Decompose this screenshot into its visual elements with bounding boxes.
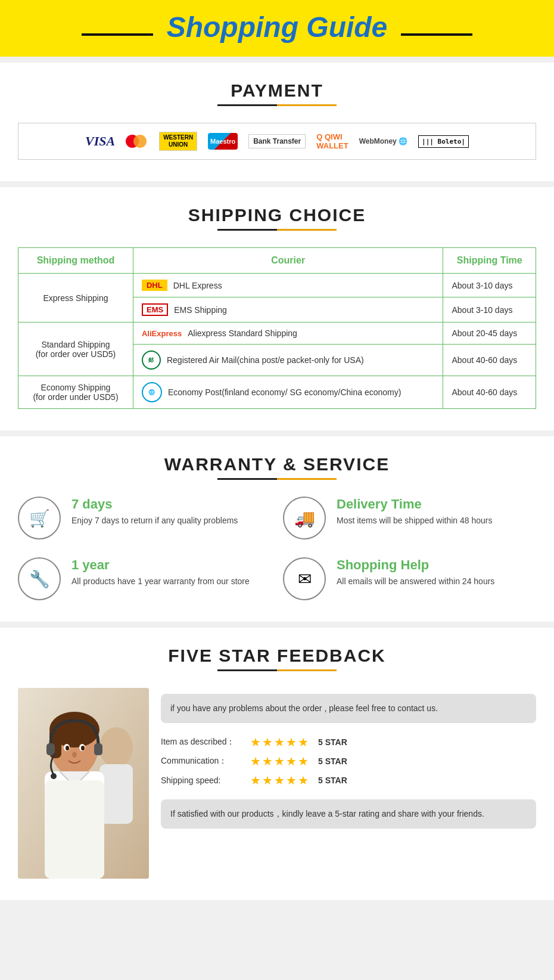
feedback-title: FIVE STAR FEEDBACK — [18, 646, 536, 666]
header-title: Shopping Guide — [167, 11, 388, 44]
svg-rect-13 — [94, 743, 102, 755]
star2: ★ — [262, 754, 273, 768]
dhl-name: DHL Express — [173, 281, 222, 290]
un-name: Economy Post(finland economy/ SG economy… — [168, 387, 401, 397]
chinapost-courier: 邮 Registered Air Mail(china post/e packe… — [133, 345, 443, 376]
feedback-underline — [217, 669, 337, 671]
warranty-item-warranty: 🔧 1 year All products have 1 year warran… — [18, 557, 271, 600]
col-method: Shipping method — [18, 248, 133, 274]
svg-point-10 — [81, 746, 85, 750]
delivery-title: Delivery Time — [337, 497, 492, 512]
ali-courier: AliExpress Aliexpress Standard Shipping — [133, 322, 443, 345]
star1: ★ — [250, 735, 261, 749]
shipping-underline — [217, 229, 337, 231]
svg-point-14 — [51, 773, 57, 779]
warranty-item-delivery: 🚚 Delivery Time Most items will be shipp… — [283, 497, 536, 539]
chinapost-name: Registered Air Mail(china post/e packet-… — [167, 355, 364, 365]
payment-title: PAYMENT — [18, 80, 536, 101]
standard-method: Standard Shipping(for order over USD5) — [18, 322, 133, 376]
dhl-logo: DHL — [142, 280, 167, 291]
ems-logo: EMS — [142, 303, 168, 316]
rating-label-described: Item as described： — [161, 737, 244, 748]
star3: ★ — [274, 773, 285, 787]
table-row: Standard Shipping(for order over USD5) A… — [18, 322, 536, 345]
delivery-desc: Most items will be shipped within 48 hou… — [337, 514, 492, 527]
header-line-right — [401, 33, 472, 36]
economy-method: Economy Shipping(for order under USD5) — [18, 376, 133, 409]
svg-rect-2 — [99, 764, 133, 824]
rating-tag-communication: 5 STAR — [318, 756, 347, 766]
star5: ★ — [298, 754, 309, 768]
warranty-text-warranty: 1 year All products have 1 year warranty… — [71, 557, 250, 588]
warranty-text-return: 7 days Enjoy 7 days to return if any qua… — [71, 497, 238, 527]
dhl-time: About 3-10 days — [443, 274, 536, 297]
feedback-section: FIVE STAR FEEDBACK — [0, 628, 554, 900]
ali-time: About 20-45 days — [443, 322, 536, 345]
col-time: Shipping Time — [443, 248, 536, 274]
rating-label-shipping: Shipping speed: — [161, 776, 244, 785]
warranty-text-help: Shopping Help All emails will be answere… — [337, 557, 494, 588]
help-title: Shopping Help — [337, 557, 494, 573]
header-line-left — [82, 33, 153, 36]
feedback-image — [18, 688, 149, 879]
truck-icon: 🚚 — [283, 497, 326, 539]
rating-row-shipping: Shipping speed: ★ ★ ★ ★ ★ 5 STAR — [161, 771, 536, 790]
feedback-right: if you have any problems about the order… — [161, 688, 536, 829]
return-desc: Enjoy 7 days to return if any quality pr… — [71, 514, 238, 527]
star1: ★ — [250, 773, 261, 787]
star2: ★ — [262, 773, 273, 787]
header-banner: Shopping Guide — [0, 0, 554, 57]
warranty-section: WARRANTY & SERVICE 🛒 7 days Enjoy 7 days… — [0, 436, 554, 622]
warranty-grid: 🛒 7 days Enjoy 7 days to return if any q… — [18, 497, 536, 600]
rating-tag-shipping: 5 STAR — [318, 776, 347, 785]
rating-row-described: Item as described： ★ ★ ★ ★ ★ 5 STAR — [161, 733, 536, 752]
email-icon: ✉ — [283, 557, 326, 600]
visa-icon: VISA — [85, 134, 115, 149]
bank-transfer-icon: Bank Transfer — [248, 134, 306, 148]
warranty-underline — [217, 478, 337, 480]
payment-icons-row: VISA WESTERNUNION Maestro Bank Transfer … — [18, 123, 536, 160]
maestro-icon: Maestro — [208, 133, 238, 150]
chinapost-logo: 邮 — [142, 351, 161, 370]
ems-name: EMS Shipping — [174, 305, 227, 315]
table-row: Economy Shipping(for order under USD5) 🌐… — [18, 376, 536, 409]
star4: ★ — [286, 773, 297, 787]
stars-communication: ★ ★ ★ ★ ★ — [250, 754, 309, 768]
svg-rect-15 — [45, 780, 104, 879]
dhl-courier: DHL DHL Express — [133, 274, 443, 297]
rating-row-communication: Communication： ★ ★ ★ ★ ★ 5 STAR — [161, 752, 536, 771]
un-courier: 🌐 Economy Post(finland economy/ SG econo… — [133, 376, 443, 409]
payment-section: PAYMENT VISA WESTERNUNION Maestro Bank T… — [0, 63, 554, 181]
warranty-title-text: 1 year — [71, 557, 250, 573]
star3: ★ — [274, 735, 285, 749]
express-method: Express Shipping — [18, 274, 133, 322]
star2: ★ — [262, 735, 273, 749]
feedback-bottom-message: If satisfied with our products，kindly le… — [161, 799, 536, 829]
shipping-title: SHIPPING CHOICE — [18, 205, 536, 225]
star4: ★ — [286, 735, 297, 749]
svg-point-11 — [72, 752, 77, 758]
star4: ★ — [286, 754, 297, 768]
return-title: 7 days — [71, 497, 238, 512]
help-desc: All emails will be answered within 24 ho… — [337, 575, 494, 588]
shipping-section: SHIPPING CHOICE Shipping method Courier … — [0, 187, 554, 430]
stars-described: ★ ★ ★ ★ ★ — [250, 735, 309, 749]
warranty-item-return: 🛒 7 days Enjoy 7 days to return if any q… — [18, 497, 271, 539]
feedback-top-message: if you have any problems about the order… — [161, 694, 536, 723]
ali-logo: AliExpress — [142, 329, 182, 338]
feedback-content: if you have any problems about the order… — [18, 688, 536, 879]
cart-icon: 🛒 — [18, 497, 61, 539]
svg-point-1 — [99, 727, 133, 768]
mastercard-icon — [126, 134, 148, 148]
shipping-table: Shipping method Courier Shipping Time Ex… — [18, 247, 536, 409]
svg-point-9 — [66, 746, 69, 750]
rating-label-communication: Communication： — [161, 756, 244, 767]
warranty-desc: All products have 1 year warranty from o… — [71, 575, 250, 588]
webmoney-icon: WebMoney 🌐 — [359, 137, 407, 145]
boleto-icon: ||| Boleto| — [418, 135, 469, 148]
payment-underline — [217, 104, 337, 106]
star5: ★ — [298, 773, 309, 787]
star1: ★ — [250, 754, 261, 768]
warranty-text-delivery: Delivery Time Most items will be shipped… — [337, 497, 492, 527]
chinapost-time: About 40-60 days — [443, 345, 536, 376]
